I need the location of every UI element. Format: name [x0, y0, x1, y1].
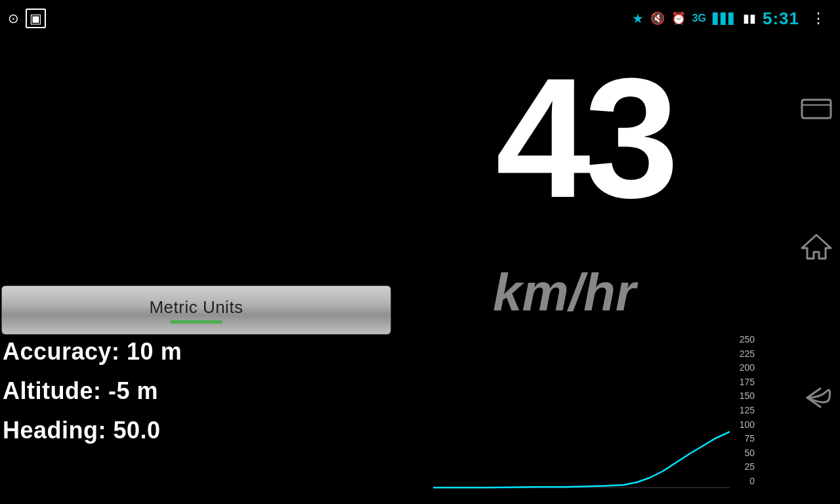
status-left-icons: ⊙ ▣: [8, 9, 46, 28]
y-label-225: 225: [740, 349, 755, 358]
bluetooth-icon: ★: [632, 10, 644, 26]
menu-dots[interactable]: ⋮: [806, 7, 832, 30]
metric-units-button[interactable]: Metric Units: [1, 285, 391, 335]
nav-home-button[interactable]: [793, 223, 840, 270]
status-bar: ⊙ ▣ ★ 🔇 ⏰ 3G ▋▋▋ ▮▮ 5:31 ⋮: [0, 0, 840, 37]
y-label-175: 175: [740, 377, 755, 387]
nav-recent-apps-button[interactable]: [793, 85, 840, 133]
nav-back-button[interactable]: [793, 374, 840, 421]
y-label-25: 25: [744, 462, 755, 471]
speed-value: 43: [394, 52, 774, 223]
signal-3g-icon: 3G: [692, 12, 706, 24]
speed-chart: 250 225 200 175 150 125 100 75 50 25 0: [433, 335, 755, 492]
gallery-icon: ▣: [26, 9, 46, 28]
speed-units: km/hr: [374, 262, 755, 323]
heading-stat: Heading: 50.0: [3, 417, 370, 444]
signal-bars-icon: ▋▋▋: [713, 12, 736, 25]
y-label-100: 100: [740, 420, 755, 429]
silent-icon: 🔇: [650, 11, 665, 26]
status-right-icons: ★ 🔇 ⏰ 3G ▋▋▋ ▮▮ 5:31 ⋮: [632, 7, 832, 30]
metric-units-label: Metric Units: [149, 297, 243, 318]
y-label-200: 200: [740, 363, 755, 372]
alarm-icon: ⏰: [671, 11, 686, 26]
chart-svg-container: [433, 335, 735, 492]
svg-rect-3: [433, 335, 730, 489]
y-label-125: 125: [740, 406, 755, 415]
accuracy-stat: Accuracy: 10 m: [3, 338, 370, 366]
y-label-250: 250: [740, 335, 755, 344]
stats-section: Accuracy: 10 m Altitude: -5 m Heading: 5…: [3, 338, 370, 456]
altitude-stat: Altitude: -5 m: [3, 377, 370, 405]
metric-units-indicator: [170, 320, 222, 324]
y-label-50: 50: [744, 448, 755, 457]
time-display: 5:31: [763, 9, 799, 29]
y-label-0: 0: [749, 476, 755, 486]
svg-marker-2: [802, 235, 831, 259]
y-label-150: 150: [740, 391, 755, 400]
gps-icon: ⊙: [8, 10, 19, 26]
speed-chart-svg: [433, 335, 730, 489]
svg-rect-0: [802, 100, 831, 118]
battery-icon: ▮▮: [743, 11, 756, 26]
y-label-75: 75: [744, 434, 755, 443]
